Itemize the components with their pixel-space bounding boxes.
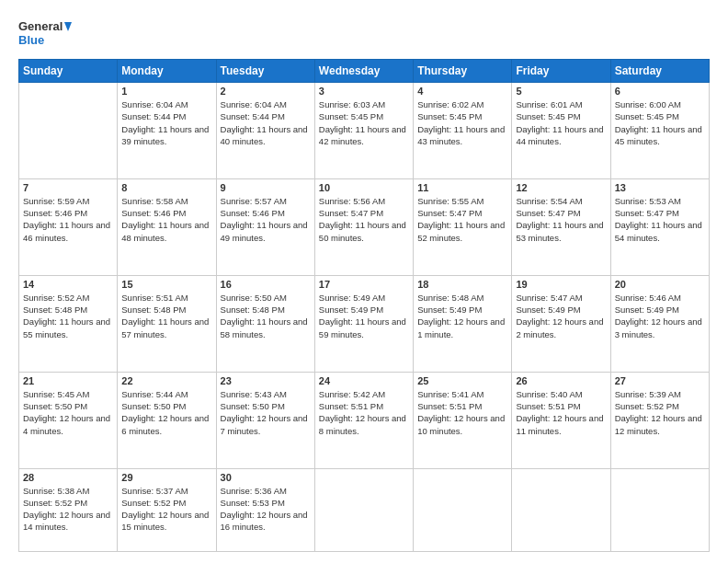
calendar-cell: 12Sunrise: 5:54 AM Sunset: 5:47 PM Dayli… bbox=[512, 178, 610, 275]
day-number: 1 bbox=[121, 86, 211, 97]
weekday-header-friday: Friday bbox=[512, 60, 610, 83]
calendar-cell: 9Sunrise: 5:57 AM Sunset: 5:46 PM Daylig… bbox=[216, 178, 314, 275]
calendar-week-4: 21Sunrise: 5:45 AM Sunset: 5:50 PM Dayli… bbox=[19, 372, 710, 468]
weekday-header-thursday: Thursday bbox=[414, 60, 512, 83]
day-number: 23 bbox=[221, 375, 311, 386]
calendar-header-row: SundayMondayTuesdayWednesdayThursdayFrid… bbox=[19, 60, 710, 83]
calendar-table: SundayMondayTuesdayWednesdayThursdayFrid… bbox=[18, 59, 710, 552]
cell-sun-info: Sunrise: 5:46 AM Sunset: 5:49 PM Dayligh… bbox=[615, 292, 705, 340]
weekday-header-sunday: Sunday bbox=[19, 60, 118, 83]
logo: General Blue bbox=[18, 17, 74, 50]
calendar-cell: 5Sunrise: 6:01 AM Sunset: 5:45 PM Daylig… bbox=[512, 83, 610, 179]
calendar-cell: 15Sunrise: 5:51 AM Sunset: 5:48 PM Dayli… bbox=[118, 275, 216, 372]
cell-sun-info: Sunrise: 5:59 AM Sunset: 5:46 PM Dayligh… bbox=[23, 195, 113, 244]
cell-sun-info: Sunrise: 5:39 AM Sunset: 5:52 PM Dayligh… bbox=[615, 388, 705, 437]
weekday-header-tuesday: Tuesday bbox=[216, 60, 314, 83]
day-number: 3 bbox=[319, 86, 409, 97]
calendar-week-2: 7Sunrise: 5:59 AM Sunset: 5:46 PM Daylig… bbox=[19, 178, 710, 275]
svg-marker-2 bbox=[64, 22, 72, 31]
calendar-cell: 7Sunrise: 5:59 AM Sunset: 5:46 PM Daylig… bbox=[19, 178, 118, 275]
day-number: 28 bbox=[23, 472, 113, 483]
day-number: 9 bbox=[221, 182, 311, 193]
cell-sun-info: Sunrise: 5:42 AM Sunset: 5:51 PM Dayligh… bbox=[319, 388, 409, 437]
day-number: 13 bbox=[615, 182, 705, 193]
day-number: 20 bbox=[615, 279, 705, 290]
cell-sun-info: Sunrise: 6:03 AM Sunset: 5:45 PM Dayligh… bbox=[319, 98, 409, 147]
page: General Blue SundayMondayTuesdayWednesda… bbox=[0, 0, 728, 563]
calendar-cell: 4Sunrise: 6:02 AM Sunset: 5:45 PM Daylig… bbox=[414, 83, 512, 179]
day-number: 14 bbox=[23, 279, 113, 290]
cell-sun-info: Sunrise: 5:47 AM Sunset: 5:49 PM Dayligh… bbox=[516, 292, 606, 340]
calendar-cell: 25Sunrise: 5:41 AM Sunset: 5:51 PM Dayli… bbox=[414, 372, 512, 468]
calendar-cell: 22Sunrise: 5:44 AM Sunset: 5:50 PM Dayli… bbox=[118, 372, 216, 468]
cell-sun-info: Sunrise: 5:45 AM Sunset: 5:50 PM Dayligh… bbox=[23, 388, 113, 437]
day-number: 8 bbox=[121, 182, 211, 193]
calendar-cell: 18Sunrise: 5:48 AM Sunset: 5:49 PM Dayli… bbox=[414, 275, 512, 372]
cell-sun-info: Sunrise: 5:55 AM Sunset: 5:47 PM Dayligh… bbox=[417, 195, 507, 244]
day-number: 22 bbox=[121, 375, 211, 386]
svg-text:General: General bbox=[18, 19, 63, 33]
cell-sun-info: Sunrise: 5:37 AM Sunset: 5:52 PM Dayligh… bbox=[121, 485, 211, 534]
cell-sun-info: Sunrise: 5:51 AM Sunset: 5:48 PM Dayligh… bbox=[121, 292, 211, 340]
calendar-week-1: 1Sunrise: 6:04 AM Sunset: 5:44 PM Daylig… bbox=[19, 83, 710, 179]
day-number: 4 bbox=[417, 86, 507, 97]
calendar-cell: 16Sunrise: 5:50 AM Sunset: 5:48 PM Dayli… bbox=[216, 275, 314, 372]
logo-svg: General Blue bbox=[18, 17, 74, 50]
calendar-cell bbox=[512, 468, 610, 552]
calendar-cell: 23Sunrise: 5:43 AM Sunset: 5:50 PM Dayli… bbox=[216, 372, 314, 468]
calendar-cell: 27Sunrise: 5:39 AM Sunset: 5:52 PM Dayli… bbox=[610, 372, 709, 468]
svg-text:Blue: Blue bbox=[18, 33, 44, 47]
cell-sun-info: Sunrise: 5:44 AM Sunset: 5:50 PM Dayligh… bbox=[121, 388, 211, 437]
cell-sun-info: Sunrise: 5:41 AM Sunset: 5:51 PM Dayligh… bbox=[417, 388, 507, 437]
weekday-header-saturday: Saturday bbox=[610, 60, 709, 83]
day-number: 29 bbox=[121, 472, 211, 483]
day-number: 6 bbox=[615, 86, 705, 97]
day-number: 7 bbox=[23, 182, 113, 193]
weekday-header-wednesday: Wednesday bbox=[314, 60, 413, 83]
day-number: 18 bbox=[417, 279, 507, 290]
calendar-cell: 14Sunrise: 5:52 AM Sunset: 5:48 PM Dayli… bbox=[19, 275, 118, 372]
calendar-cell: 24Sunrise: 5:42 AM Sunset: 5:51 PM Dayli… bbox=[314, 372, 413, 468]
day-number: 26 bbox=[516, 375, 606, 386]
calendar-cell: 21Sunrise: 5:45 AM Sunset: 5:50 PM Dayli… bbox=[19, 372, 118, 468]
day-number: 30 bbox=[221, 472, 311, 483]
calendar-cell: 10Sunrise: 5:56 AM Sunset: 5:47 PM Dayli… bbox=[314, 178, 413, 275]
calendar-cell: 6Sunrise: 6:00 AM Sunset: 5:45 PM Daylig… bbox=[610, 83, 709, 179]
cell-sun-info: Sunrise: 5:56 AM Sunset: 5:47 PM Dayligh… bbox=[319, 195, 409, 244]
calendar-cell: 11Sunrise: 5:55 AM Sunset: 5:47 PM Dayli… bbox=[414, 178, 512, 275]
cell-sun-info: Sunrise: 6:04 AM Sunset: 5:44 PM Dayligh… bbox=[121, 98, 211, 147]
calendar-cell: 29Sunrise: 5:37 AM Sunset: 5:52 PM Dayli… bbox=[118, 468, 216, 552]
day-number: 2 bbox=[221, 86, 311, 97]
calendar-cell bbox=[414, 468, 512, 552]
calendar-week-5: 28Sunrise: 5:38 AM Sunset: 5:52 PM Dayli… bbox=[19, 468, 710, 552]
calendar-cell: 26Sunrise: 5:40 AM Sunset: 5:51 PM Dayli… bbox=[512, 372, 610, 468]
cell-sun-info: Sunrise: 5:36 AM Sunset: 5:53 PM Dayligh… bbox=[221, 485, 311, 534]
cell-sun-info: Sunrise: 5:58 AM Sunset: 5:46 PM Dayligh… bbox=[121, 195, 211, 244]
calendar-cell: 20Sunrise: 5:46 AM Sunset: 5:49 PM Dayli… bbox=[610, 275, 709, 372]
day-number: 25 bbox=[417, 375, 507, 386]
day-number: 10 bbox=[319, 182, 409, 193]
cell-sun-info: Sunrise: 5:57 AM Sunset: 5:46 PM Dayligh… bbox=[221, 195, 311, 244]
day-number: 27 bbox=[615, 375, 705, 386]
cell-sun-info: Sunrise: 5:49 AM Sunset: 5:49 PM Dayligh… bbox=[319, 292, 409, 340]
calendar-cell: 2Sunrise: 6:04 AM Sunset: 5:44 PM Daylig… bbox=[216, 83, 314, 179]
cell-sun-info: Sunrise: 5:50 AM Sunset: 5:48 PM Dayligh… bbox=[221, 292, 311, 340]
calendar-cell bbox=[610, 468, 709, 552]
day-number: 12 bbox=[516, 182, 606, 193]
cell-sun-info: Sunrise: 6:04 AM Sunset: 5:44 PM Dayligh… bbox=[221, 98, 311, 147]
calendar-cell: 3Sunrise: 6:03 AM Sunset: 5:45 PM Daylig… bbox=[314, 83, 413, 179]
calendar-cell: 8Sunrise: 5:58 AM Sunset: 5:46 PM Daylig… bbox=[118, 178, 216, 275]
day-number: 17 bbox=[319, 279, 409, 290]
cell-sun-info: Sunrise: 5:52 AM Sunset: 5:48 PM Dayligh… bbox=[23, 292, 113, 340]
day-number: 24 bbox=[319, 375, 409, 386]
day-number: 19 bbox=[516, 279, 606, 290]
calendar-cell bbox=[314, 468, 413, 552]
calendar-cell: 13Sunrise: 5:53 AM Sunset: 5:47 PM Dayli… bbox=[610, 178, 709, 275]
day-number: 5 bbox=[516, 86, 606, 97]
calendar-cell bbox=[19, 83, 118, 179]
cell-sun-info: Sunrise: 5:54 AM Sunset: 5:47 PM Dayligh… bbox=[516, 195, 606, 244]
calendar-cell: 1Sunrise: 6:04 AM Sunset: 5:44 PM Daylig… bbox=[118, 83, 216, 179]
calendar-cell: 17Sunrise: 5:49 AM Sunset: 5:49 PM Dayli… bbox=[314, 275, 413, 372]
weekday-header-monday: Monday bbox=[118, 60, 216, 83]
day-number: 21 bbox=[23, 375, 113, 386]
